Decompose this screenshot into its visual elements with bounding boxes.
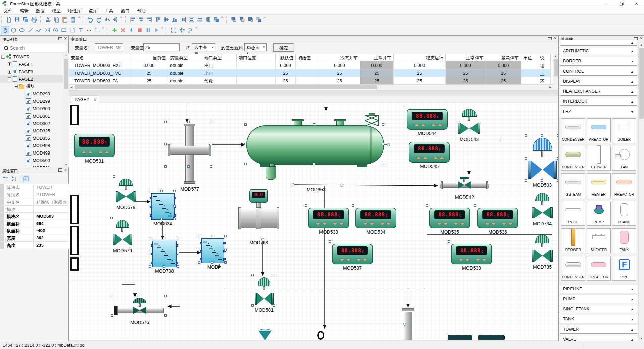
variable-name-field[interactable] [95, 43, 123, 51]
tree-item-TOWER[interactable]: TOWER [0, 53, 63, 60]
flowmeter-MOD763[interactable]: 88.88 [238, 189, 279, 239]
run-button[interactable] [152, 26, 161, 34]
selection-handle[interactable] [244, 123, 247, 126]
selection-handle[interactable] [525, 134, 527, 137]
tab-page2[interactable]: PAGE2 ✕ [71, 96, 99, 103]
property-value[interactable]: 694 [34, 220, 69, 227]
overflow-chevron[interactable]: » [221, 15, 223, 19]
new-file-button[interactable] [5, 15, 13, 24]
selection-handle[interactable] [163, 265, 165, 268]
category-PIPELINE[interactable]: PIPELINE▲ [560, 285, 637, 293]
selection-handle[interactable] [251, 304, 254, 307]
paste-button[interactable] [61, 15, 69, 24]
selection-handle[interactable] [173, 205, 176, 207]
category-TANK[interactable]: TANK▲ [560, 315, 637, 323]
category-HEATEXCHANGER[interactable]: HEATEXCHANGER▲ [560, 87, 637, 96]
stop-button[interactable] [136, 26, 144, 34]
close-icon[interactable]: ✕ [64, 168, 67, 172]
selection-handle[interactable] [163, 237, 165, 239]
algo-item-BOILER[interactable]: BOILER [612, 118, 636, 143]
column-header-冷态开车[interactable]: 冷态开车 [319, 54, 360, 61]
dock-icon[interactable] [58, 168, 62, 172]
oring[interactable] [317, 331, 324, 340]
pipecross-MOD577[interactable] [168, 122, 211, 185]
column-header-端口类型[interactable]: 端口类型 [202, 54, 237, 61]
vassembly-MOD542[interactable] [440, 177, 489, 193]
tree-expander-icon[interactable] [8, 62, 11, 66]
tree-item-MOD355[interactable]: AMOD355 [0, 134, 63, 142]
selection-handle[interactable] [541, 179, 543, 182]
save-button[interactable] [13, 15, 21, 24]
scroll-up-icon[interactable]: ▲ [639, 42, 644, 47]
algorithm-scrollbar[interactable]: ▲▼ [638, 42, 644, 341]
vassembly-MOD576[interactable] [114, 298, 165, 319]
variable-scope-select[interactable]: 选中变量 ∨ [192, 43, 215, 51]
valve-MOD578[interactable] [116, 179, 136, 204]
connection-line[interactable] [293, 185, 437, 186]
selection-handle[interactable] [187, 121, 190, 123]
algo-item-AREACTOR[interactable]: AREACTOR [587, 118, 611, 143]
column-header-稳态运行[interactable]: 稳态运行 [394, 54, 446, 61]
selection-handle[interactable] [177, 252, 179, 254]
close-icon[interactable]: ✕ [554, 37, 557, 40]
tree-item-MOD325[interactable]: AMOD325 [0, 127, 63, 134]
darkbar[interactable] [70, 257, 79, 271]
port-circle[interactable] [340, 184, 343, 187]
overflow-chevron[interactable]: » [78, 15, 80, 19]
scroll-right-icon[interactable]: ▶ [548, 85, 553, 90]
tree-item-MOD499[interactable]: AMOD499 [0, 149, 63, 157]
category-PUMP[interactable]: PUMP▲ [560, 295, 637, 303]
diagram-canvas[interactable]: 88.888CMOD531MOD57788.888CMOD54488.888CM… [69, 103, 558, 340]
selection-handle[interactable] [187, 165, 190, 168]
algo-item-CONDENSER[interactable]: CONDENSER [561, 118, 585, 143]
valve-MOD579[interactable] [113, 220, 132, 247]
valve-MOD735[interactable] [532, 234, 553, 263]
selection-handle[interactable] [210, 143, 212, 145]
selection-handle[interactable] [224, 261, 227, 264]
minimize-button[interactable]: – [599, 0, 614, 7]
undo-button[interactable] [86, 15, 95, 24]
selection-handle[interactable] [149, 252, 151, 254]
selection-handle[interactable] [352, 204, 354, 207]
circle-tool-button[interactable] [9, 26, 18, 34]
selection-handle[interactable] [164, 314, 167, 317]
selection-handle[interactable] [557, 179, 559, 182]
scroll-thumb[interactable] [64, 59, 68, 89]
display-MOD535[interactable]: 88.888C [429, 208, 470, 228]
align-left-button[interactable] [129, 15, 137, 24]
darkbar[interactable] [70, 105, 79, 125]
category-partial[interactable]: ▲ [560, 40, 637, 46]
flip-vertical-button[interactable] [111, 15, 120, 24]
polyline-tool-button[interactable] [85, 26, 93, 34]
algo-item-TREACTOR[interactable]: TREACTOR [587, 256, 611, 281]
distribute-vertical-button[interactable] [187, 15, 196, 24]
selection-handle[interactable] [382, 163, 384, 165]
overflow-chevron[interactable]: » [120, 15, 122, 19]
selection-handle[interactable] [164, 295, 167, 297]
tree-item-MOD301[interactable]: AMOD301 [0, 112, 63, 120]
restore-button[interactable] [614, 0, 629, 7]
dock-icon[interactable] [548, 37, 552, 40]
scroll-thumb[interactable] [639, 48, 644, 119]
selection-handle[interactable] [382, 123, 384, 126]
tree-item-MOD300[interactable]: AMOD300 [0, 105, 63, 112]
selection-handle[interactable] [305, 204, 307, 207]
menu-物性库[interactable]: 物性库 [64, 7, 85, 15]
tree-expander-icon[interactable] [1, 55, 5, 59]
property-value[interactable]: -402 [34, 227, 69, 234]
print-button[interactable] [30, 15, 38, 24]
display-MOD537[interactable]: 88.888C [332, 244, 373, 264]
table-row-TOWER_MOD603_HXP[interactable]: TOWER_MOD603_HXP0.000double出口0.0000.0000… [69, 61, 553, 69]
column-header-紧急停车[interactable]: 紧急停车 [486, 54, 521, 61]
selection-handle[interactable] [211, 235, 213, 237]
overflow-chevron[interactable]: » [102, 25, 104, 29]
algo-item-POOL[interactable]: POOL [561, 201, 585, 226]
funnel[interactable] [259, 329, 271, 340]
tree-expander-icon[interactable] [14, 85, 18, 88]
labelOnly-MOD653[interactable]: MOD653 [296, 187, 336, 192]
selection-handle[interactable] [111, 295, 113, 297]
variable-value-field[interactable] [143, 43, 180, 51]
menu-编辑[interactable]: 编辑 [16, 7, 32, 15]
overflow-chevron[interactable]: » [263, 15, 265, 19]
menu-工具[interactable]: 工具 [101, 7, 117, 15]
